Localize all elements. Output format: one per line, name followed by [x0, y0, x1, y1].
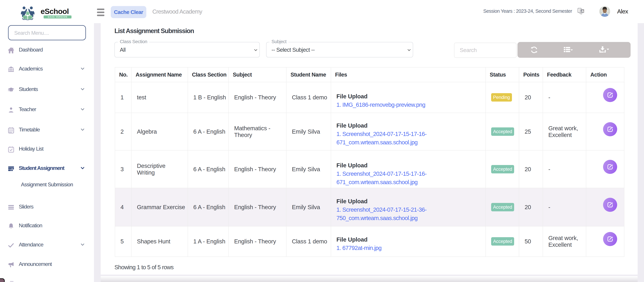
svg-text:e: e [24, 16, 25, 19]
svg-text:s: s [30, 16, 30, 19]
svg-text:A: A [582, 10, 584, 13]
